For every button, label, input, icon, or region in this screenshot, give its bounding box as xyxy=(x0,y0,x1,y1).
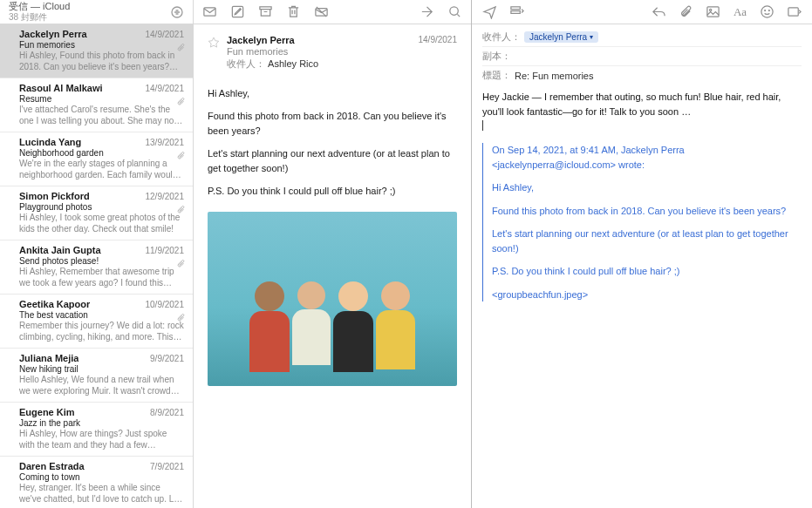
filter-icon[interactable] xyxy=(170,5,184,19)
search-icon[interactable] xyxy=(447,4,462,19)
attachment-icon xyxy=(177,260,186,268)
compose-pane: Aa 收件人： Jackelyn Perra 副本： 標題： Re: Fun m… xyxy=(472,0,812,508)
message-list-item[interactable]: Simon Pickford12/9/2021Playground photos… xyxy=(0,186,193,240)
list-date: 13/9/2021 xyxy=(146,138,185,147)
message-list-item[interactable]: Lucinda Yang13/9/2021Neighborhood garden… xyxy=(0,132,193,186)
list-subject: Coming to town xyxy=(19,472,184,482)
trash-icon[interactable] xyxy=(286,4,301,19)
header-fields-icon[interactable] xyxy=(509,4,524,19)
compose-body[interactable]: Hey Jackie — I remember that outing, so … xyxy=(472,85,812,315)
body-p2: Let's start planning our next adventure … xyxy=(208,146,457,177)
list-sender: Jackelyn Perra xyxy=(19,29,87,39)
list-date: 14/9/2021 xyxy=(146,84,185,93)
message-list-item[interactable]: Jackelyn Perra14/9/2021Fun memoriesHi As… xyxy=(0,24,193,78)
list-preview: Hello Ashley, We found a new trail when … xyxy=(19,374,184,396)
svg-rect-13 xyxy=(788,8,798,16)
svg-rect-6 xyxy=(511,7,520,10)
list-date: 12/9/2021 xyxy=(146,192,185,201)
message-sender: Jackelyn Perra xyxy=(227,35,412,45)
list-preview: I've attached Carol's resume. She's the … xyxy=(19,104,184,126)
list-preview: We're in the early stages of planning a … xyxy=(19,158,184,180)
list-subject: New hiking trail xyxy=(19,364,184,374)
list-sender: Ankita Jain Gupta xyxy=(19,245,101,255)
message-to-value: Ashley Rico xyxy=(268,58,318,69)
format-icon[interactable]: Aa xyxy=(733,4,747,19)
svg-point-11 xyxy=(765,10,766,11)
mailbox-name: 受信 — iCloud xyxy=(9,1,70,11)
quote-line-1: Hi Ashley, xyxy=(492,180,802,195)
message-list-item[interactable]: Daren Estrada7/9/2021Coming to townHey, … xyxy=(0,457,193,508)
list-sender: Geetika Kapoor xyxy=(19,299,90,309)
message-to-label: 收件人： xyxy=(227,58,265,69)
list-subject: Jazz in the park xyxy=(19,418,184,428)
mailbox-sidebar: 受信 — iCloud 38 封郵件 Jackelyn Perra14/9/20… xyxy=(0,0,194,508)
svg-rect-7 xyxy=(511,11,520,14)
compose-body-text[interactable]: Hey Jackie — I remember that outing, so … xyxy=(482,90,802,119)
svg-rect-2 xyxy=(232,6,242,17)
message-date: 14/9/2021 xyxy=(419,35,458,44)
list-date: 14/9/2021 xyxy=(146,30,185,39)
message-list-item[interactable]: Rasoul Al Malkawi14/9/2021ResumeI've att… xyxy=(0,78,193,132)
mailbox-count: 38 封郵件 xyxy=(9,12,70,23)
list-subject: Resume xyxy=(19,94,184,104)
svg-point-9 xyxy=(710,9,712,10)
svg-point-10 xyxy=(761,6,773,17)
move-icon[interactable] xyxy=(420,4,434,19)
list-subject: Send photos please! xyxy=(19,256,184,266)
sidebar-header: 受信 — iCloud 38 封郵件 xyxy=(0,0,193,24)
quote-attachment: <groupbeachfun.jpeg> xyxy=(492,288,802,302)
attach-icon[interactable] xyxy=(679,4,693,19)
list-preview: Hi Ashley, How are things? Just spoke wi… xyxy=(19,428,184,450)
reply-icon[interactable] xyxy=(652,4,666,19)
compose-icon[interactable] xyxy=(230,4,245,19)
mark-read-icon[interactable] xyxy=(202,4,217,19)
list-sender: Lucinda Yang xyxy=(19,137,81,147)
compose-subject-value[interactable]: Re: Fun memories xyxy=(515,71,593,81)
message-subject: Fun memories xyxy=(227,46,412,57)
recipient-token[interactable]: Jackelyn Perra xyxy=(524,31,598,43)
message-list-item[interactable]: Eugene Kim8/9/2021Jazz in the parkHi Ash… xyxy=(0,403,193,457)
list-preview: Hi Ashley, Remember that awesome trip we… xyxy=(19,266,184,288)
quote-header: On Sep 14, 2021, at 9:41 AM, Jackelyn Pe… xyxy=(492,143,802,172)
archive-icon[interactable] xyxy=(258,4,273,19)
list-preview: Remember this journey? We did a lot: roc… xyxy=(19,320,184,342)
photo-browser-icon[interactable] xyxy=(706,4,720,19)
body-p3: P.S. Do you think I could pull off blue … xyxy=(208,184,457,200)
list-subject: Fun memories xyxy=(19,40,184,50)
attachment-icon xyxy=(177,314,186,322)
markup-icon[interactable] xyxy=(787,4,802,19)
message-list-item[interactable]: Ankita Jain Gupta11/9/2021Send photos pl… xyxy=(0,240,193,295)
compose-header-fields: 收件人： Jackelyn Perra 副本： 標題： Re: Fun memo… xyxy=(472,24,812,85)
message-attachment-photo[interactable] xyxy=(208,212,457,386)
attachment-icon xyxy=(177,44,186,52)
emoji-icon[interactable] xyxy=(760,4,774,19)
svg-rect-3 xyxy=(260,7,271,10)
list-date: 10/9/2021 xyxy=(146,300,185,309)
compose-to-label: 收件人： xyxy=(482,30,521,44)
list-date: 7/9/2021 xyxy=(150,462,184,471)
compose-cc-label: 副本： xyxy=(482,50,511,63)
svg-point-12 xyxy=(768,10,769,11)
svg-rect-1 xyxy=(204,8,215,16)
attachment-icon xyxy=(177,152,186,160)
attachment-icon xyxy=(177,98,186,106)
message-list[interactable]: Jackelyn Perra14/9/2021Fun memoriesHi As… xyxy=(0,24,193,508)
list-sender: Simon Pickford xyxy=(19,191,90,201)
quote-line-2: Found this photo from back in 2018. Can … xyxy=(492,204,802,219)
body-p1: Found this photo from back in 2018. Can … xyxy=(208,109,457,139)
vip-star-icon[interactable] xyxy=(208,37,220,49)
svg-point-5 xyxy=(450,7,458,15)
message-list-item[interactable]: Geetika Kapoor10/9/2021The best vacation… xyxy=(0,295,193,349)
quote-line-4: P.S. Do you think I could pull off blue … xyxy=(492,264,802,279)
list-preview: Hey, stranger. It's been a while since w… xyxy=(19,482,184,505)
list-date: 9/9/2021 xyxy=(150,354,184,363)
junk-icon[interactable] xyxy=(314,4,329,19)
list-sender: Daren Estrada xyxy=(19,461,85,471)
message-list-item[interactable]: Juliana Mejia9/9/2021New hiking trailHel… xyxy=(0,349,193,403)
attachment-icon xyxy=(177,206,186,214)
list-date: 11/9/2021 xyxy=(146,246,185,255)
list-sender: Juliana Mejia xyxy=(19,353,78,363)
message-view: Jackelyn Perra Fun memories 收件人： Ashley … xyxy=(194,24,471,508)
send-icon[interactable] xyxy=(482,4,497,19)
list-sender: Rasoul Al Malkawi xyxy=(19,83,103,93)
